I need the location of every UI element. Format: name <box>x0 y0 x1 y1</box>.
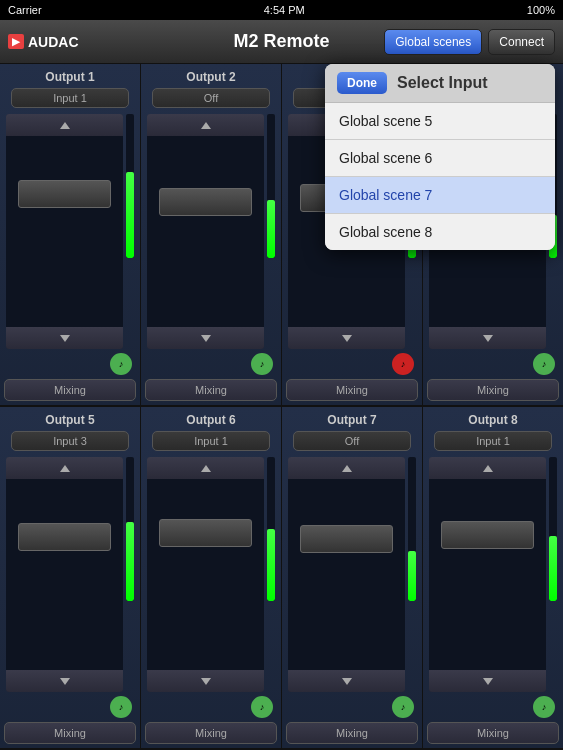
channel-bottom-1: ♪ <box>4 351 136 377</box>
fader-rail-8 <box>429 479 546 670</box>
arrow-down-icon-2 <box>201 335 211 342</box>
mixing-button-2[interactable]: Mixing <box>145 379 277 401</box>
dropdown-title: Select Input <box>397 74 488 92</box>
arrow-down-icon-1 <box>60 335 70 342</box>
nav-buttons: Global scenes Connect <box>384 29 555 55</box>
arrow-down-icon-7 <box>342 678 352 685</box>
channel-bottom-2: ♪ <box>145 351 277 377</box>
bottom-channel-row: Output 5Input 3♪MixingOutput 6Input 1♪Mi… <box>0 407 563 750</box>
fader-section-5 <box>4 457 136 692</box>
channel-7: Output 7Off♪Mixing <box>282 407 423 748</box>
logo-text: AUDAC <box>28 34 79 50</box>
vu-fill-8 <box>549 536 557 601</box>
vu-meter-5 <box>126 457 134 601</box>
input-button-1[interactable]: Input 1 <box>11 88 130 108</box>
dropdown-item-0[interactable]: Global scene 5 <box>325 103 555 140</box>
fader-section-1 <box>4 114 136 349</box>
dropdown-item-2[interactable]: Global scene 7 <box>325 177 555 214</box>
fader-down-2[interactable] <box>147 327 264 349</box>
battery-label: 100% <box>527 4 555 16</box>
fader-down-3[interactable] <box>288 327 405 349</box>
channel-5: Output 5Input 3♪Mixing <box>0 407 141 748</box>
arrow-down-icon-8 <box>483 678 493 685</box>
vu-fill-5 <box>126 522 134 601</box>
fader-up-1[interactable] <box>6 114 123 136</box>
fader-down-7[interactable] <box>288 670 405 692</box>
fader-down-5[interactable] <box>6 670 123 692</box>
fader-track-5 <box>6 457 123 692</box>
vu-meter-6 <box>267 457 275 601</box>
fader-section-6 <box>145 457 277 692</box>
channel-bottom-3: ♪ <box>286 351 418 377</box>
connect-button[interactable]: Connect <box>488 29 555 55</box>
mute-button-6[interactable]: ♪ <box>251 696 273 718</box>
vu-meter-1 <box>126 114 134 258</box>
fader-section-7 <box>286 457 418 692</box>
fader-down-4[interactable] <box>429 327 546 349</box>
fader-down-6[interactable] <box>147 670 264 692</box>
fader-up-6[interactable] <box>147 457 264 479</box>
done-button[interactable]: Done <box>337 72 387 94</box>
input-button-5[interactable]: Input 3 <box>11 431 130 451</box>
carrier-label: Carrier <box>8 4 42 16</box>
vu-meter-2 <box>267 114 275 258</box>
channel-8: Output 8Input 1♪Mixing <box>423 407 563 748</box>
fader-down-1[interactable] <box>6 327 123 349</box>
channel-label-8: Output 8 <box>468 413 517 427</box>
fader-track-8 <box>429 457 546 692</box>
channel-6: Output 6Input 1♪Mixing <box>141 407 282 748</box>
input-button-7[interactable]: Off <box>293 431 412 451</box>
fader-knob-6[interactable] <box>159 519 253 547</box>
mixing-button-4[interactable]: Mixing <box>427 379 559 401</box>
mute-button-7[interactable]: ♪ <box>392 696 414 718</box>
fader-up-8[interactable] <box>429 457 546 479</box>
fader-down-8[interactable] <box>429 670 546 692</box>
input-button-8[interactable]: Input 1 <box>434 431 553 451</box>
mute-button-4[interactable]: ♪ <box>533 353 555 375</box>
arrow-up-icon-1 <box>60 122 70 129</box>
mute-button-3[interactable]: ♪ <box>392 353 414 375</box>
mixing-button-1[interactable]: Mixing <box>4 379 136 401</box>
fader-rail-1 <box>6 136 123 327</box>
arrow-up-icon-7 <box>342 465 352 472</box>
fader-knob-2[interactable] <box>159 188 253 216</box>
mixing-button-3[interactable]: Mixing <box>286 379 418 401</box>
arrow-down-icon-6 <box>201 678 211 685</box>
fader-up-7[interactable] <box>288 457 405 479</box>
fader-up-5[interactable] <box>6 457 123 479</box>
fader-rail-6 <box>147 479 264 670</box>
mixing-button-7[interactable]: Mixing <box>286 722 418 744</box>
vu-meter-8 <box>549 457 557 601</box>
vu-fill-7 <box>408 551 416 601</box>
mute-button-2[interactable]: ♪ <box>251 353 273 375</box>
dropdown-item-1[interactable]: Global scene 6 <box>325 140 555 177</box>
mixing-button-5[interactable]: Mixing <box>4 722 136 744</box>
fader-knob-1[interactable] <box>18 180 112 208</box>
fader-knob-5[interactable] <box>18 523 112 551</box>
nav-bar: ▶ AUDAC M2 Remote Global scenes Connect <box>0 20 563 64</box>
arrow-down-icon-4 <box>483 335 493 342</box>
mixing-button-8[interactable]: Mixing <box>427 722 559 744</box>
fader-rail-2 <box>147 136 264 327</box>
mute-button-5[interactable]: ♪ <box>110 696 132 718</box>
channel-bottom-5: ♪ <box>4 694 136 720</box>
fader-up-2[interactable] <box>147 114 264 136</box>
mute-button-1[interactable]: ♪ <box>110 353 132 375</box>
fader-section-2 <box>145 114 277 349</box>
dropdown-header: DoneSelect Input <box>325 64 555 103</box>
mute-button-8[interactable]: ♪ <box>533 696 555 718</box>
arrow-up-icon-6 <box>201 465 211 472</box>
arrow-up-icon-8 <box>483 465 493 472</box>
channel-bottom-4: ♪ <box>427 351 559 377</box>
fader-track-2 <box>147 114 264 349</box>
channel-2: Output 2Off♪Mixing <box>141 64 282 405</box>
dropdown-item-3[interactable]: Global scene 8 <box>325 214 555 250</box>
fader-knob-7[interactable] <box>300 525 394 553</box>
global-scenes-button[interactable]: Global scenes <box>384 29 482 55</box>
input-button-2[interactable]: Off <box>152 88 271 108</box>
channel-bottom-7: ♪ <box>286 694 418 720</box>
fader-knob-8[interactable] <box>441 521 535 549</box>
time-label: 4:54 PM <box>264 4 305 16</box>
mixing-button-6[interactable]: Mixing <box>145 722 277 744</box>
input-button-6[interactable]: Input 1 <box>152 431 271 451</box>
